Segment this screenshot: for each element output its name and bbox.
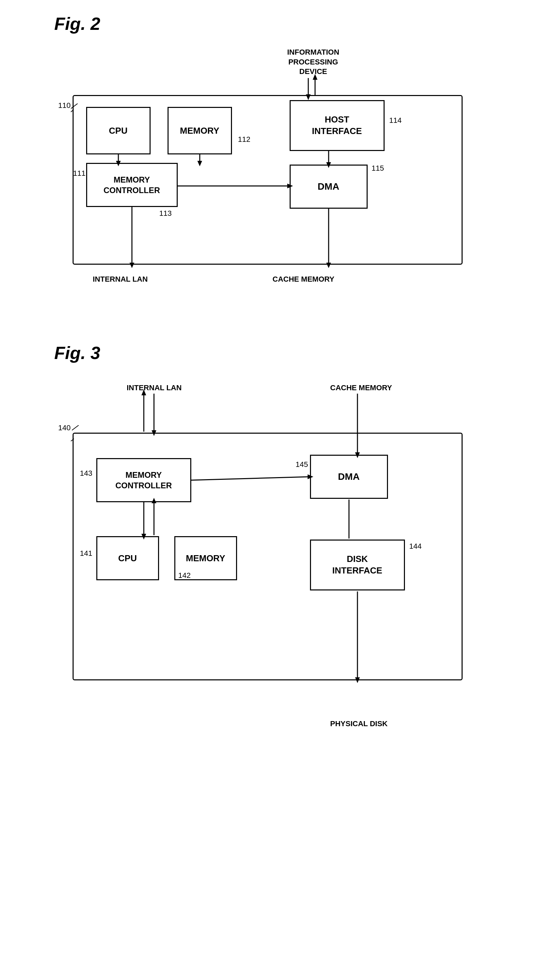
ref-111: 111 bbox=[73, 169, 86, 178]
ref-115: 115 bbox=[372, 164, 384, 173]
fig3-cpu-box: CPU bbox=[96, 536, 159, 580]
ref-145: 145 bbox=[296, 460, 308, 469]
host-iface-box: HOST INTERFACE bbox=[290, 100, 385, 151]
fig3-diagram: 140 INTERNAL LAN CACHE MEMORY MEMORY CON… bbox=[52, 373, 493, 746]
internal-lan-label: INTERNAL LAN bbox=[93, 275, 148, 284]
ref-113: 113 bbox=[159, 209, 172, 218]
fig3-dma-box: DMA bbox=[310, 455, 388, 499]
svg-line-17 bbox=[71, 103, 78, 108]
memory-box: MEMORY bbox=[168, 107, 232, 154]
ref-143: 143 bbox=[80, 469, 92, 478]
fig3-physical-disk-label: PHYSICAL DISK bbox=[330, 719, 388, 728]
figure-2-section: Fig. 2 bbox=[27, 14, 518, 316]
cache-memory-label: CACHE MEMORY bbox=[273, 275, 335, 284]
dma-box: DMA bbox=[290, 165, 368, 209]
svg-line-34 bbox=[72, 425, 79, 430]
fig3-mem-ctrl-box: MEMORY CONTROLLER bbox=[96, 458, 191, 502]
ref-144: 144 bbox=[409, 542, 422, 551]
ref-114: 114 bbox=[389, 116, 402, 125]
fig3-disk-iface-box: DISK INTERFACE bbox=[310, 539, 405, 590]
ref-140: 140 bbox=[58, 423, 71, 432]
ref-112: 112 bbox=[238, 135, 251, 144]
fig3-cache-memory-label: CACHE MEMORY bbox=[330, 383, 392, 392]
cpu-box: CPU bbox=[86, 107, 151, 154]
figure-3-section: Fig. 3 bbox=[27, 343, 518, 746]
fig2-title: Fig. 2 bbox=[54, 14, 100, 34]
fig2-diagram: INFORMATION PROCESSING DEVICE 110 CPU ME… bbox=[52, 44, 493, 316]
fig3-internal-lan-label: INTERNAL LAN bbox=[127, 383, 182, 392]
ref-110: 110 bbox=[58, 101, 71, 110]
mem-ctrl-box: MEMORY CONTROLLER bbox=[86, 163, 178, 207]
ref-141: 141 bbox=[80, 549, 92, 558]
ref-110-arrow bbox=[71, 103, 79, 112]
info-proc-label: INFORMATION PROCESSING DEVICE bbox=[276, 48, 351, 77]
fig3-title: Fig. 3 bbox=[54, 343, 100, 363]
ref-142: 142 bbox=[178, 571, 191, 580]
